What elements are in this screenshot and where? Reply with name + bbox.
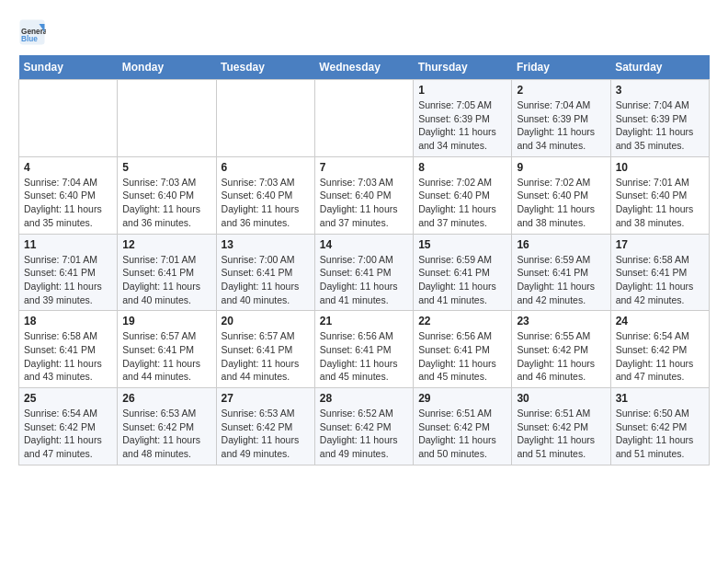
calendar-cell: 5Sunrise: 7:03 AM Sunset: 6:40 PM Daylig… <box>118 156 216 234</box>
calendar-cell: 24Sunrise: 6:54 AM Sunset: 6:42 PM Dayli… <box>610 311 709 388</box>
day-number: 10 <box>616 161 704 174</box>
calendar-cell: 22Sunrise: 6:56 AM Sunset: 6:41 PM Dayli… <box>414 311 512 388</box>
week-row-5: 25Sunrise: 6:54 AM Sunset: 6:42 PM Dayli… <box>19 388 710 465</box>
day-number: 5 <box>122 161 210 174</box>
day-header-sunday: Sunday <box>19 55 118 80</box>
day-info: Sunrise: 6:58 AM Sunset: 6:41 PM Dayligh… <box>616 253 704 307</box>
logo-icon: General Blue <box>18 18 46 46</box>
svg-text:Blue: Blue <box>21 35 38 43</box>
calendar-cell: 11Sunrise: 7:01 AM Sunset: 6:41 PM Dayli… <box>19 234 118 311</box>
calendar-cell: 20Sunrise: 6:57 AM Sunset: 6:41 PM Dayli… <box>216 311 314 388</box>
calendar-cell: 9Sunrise: 7:02 AM Sunset: 6:40 PM Daylig… <box>512 156 610 234</box>
calendar-cell: 2Sunrise: 7:04 AM Sunset: 6:39 PM Daylig… <box>512 80 610 157</box>
day-info: Sunrise: 7:01 AM Sunset: 6:41 PM Dayligh… <box>24 253 112 307</box>
day-number: 8 <box>418 161 506 174</box>
week-row-1: 1Sunrise: 7:05 AM Sunset: 6:39 PM Daylig… <box>19 80 710 157</box>
calendar-cell: 25Sunrise: 6:54 AM Sunset: 6:42 PM Dayli… <box>19 388 118 465</box>
day-info: Sunrise: 6:57 AM Sunset: 6:41 PM Dayligh… <box>222 329 310 384</box>
day-number: 28 <box>320 392 408 405</box>
day-info: Sunrise: 7:03 AM Sunset: 6:40 PM Dayligh… <box>122 176 210 230</box>
calendar-cell <box>118 80 216 157</box>
calendar-cell: 6Sunrise: 7:03 AM Sunset: 6:40 PM Daylig… <box>216 156 314 234</box>
calendar-cell: 13Sunrise: 7:00 AM Sunset: 6:41 PM Dayli… <box>216 234 314 311</box>
day-info: Sunrise: 7:00 AM Sunset: 6:41 PM Dayligh… <box>320 253 408 307</box>
day-header-friday: Friday <box>512 55 610 80</box>
day-number: 24 <box>616 315 704 327</box>
calendar-cell: 27Sunrise: 6:53 AM Sunset: 6:42 PM Dayli… <box>216 388 314 465</box>
calendar-cell: 16Sunrise: 6:59 AM Sunset: 6:41 PM Dayli… <box>512 234 610 311</box>
calendar-cell: 19Sunrise: 6:57 AM Sunset: 6:41 PM Dayli… <box>118 311 216 388</box>
day-number: 25 <box>24 392 112 405</box>
day-number: 31 <box>616 392 704 405</box>
calendar-cell <box>314 80 413 157</box>
day-info: Sunrise: 6:53 AM Sunset: 6:42 PM Dayligh… <box>222 407 310 461</box>
day-header-wednesday: Wednesday <box>314 55 413 80</box>
day-info: Sunrise: 7:04 AM Sunset: 6:39 PM Dayligh… <box>616 98 704 153</box>
day-number: 20 <box>222 315 310 327</box>
day-info: Sunrise: 6:54 AM Sunset: 6:42 PM Dayligh… <box>616 329 704 384</box>
calendar-cell <box>216 80 314 157</box>
day-number: 3 <box>616 84 704 97</box>
calendar-cell: 14Sunrise: 7:00 AM Sunset: 6:41 PM Dayli… <box>314 234 413 311</box>
header: General Blue <box>18 18 710 46</box>
day-number: 14 <box>320 238 408 251</box>
calendar-cell: 26Sunrise: 6:53 AM Sunset: 6:42 PM Dayli… <box>118 388 216 465</box>
day-number: 9 <box>517 161 605 174</box>
day-number: 7 <box>320 161 408 174</box>
calendar-cell: 18Sunrise: 6:58 AM Sunset: 6:41 PM Dayli… <box>19 311 118 388</box>
day-number: 21 <box>320 315 408 327</box>
logo: General Blue <box>18 18 50 46</box>
calendar-cell <box>19 80 118 157</box>
calendar-cell: 30Sunrise: 6:51 AM Sunset: 6:42 PM Dayli… <box>512 388 610 465</box>
day-info: Sunrise: 6:55 AM Sunset: 6:42 PM Dayligh… <box>517 329 605 384</box>
calendar-cell: 29Sunrise: 6:51 AM Sunset: 6:42 PM Dayli… <box>414 388 512 465</box>
day-number: 23 <box>517 315 605 327</box>
day-info: Sunrise: 7:03 AM Sunset: 6:40 PM Dayligh… <box>222 176 310 230</box>
day-header-monday: Monday <box>118 55 216 80</box>
calendar-header-row: SundayMondayTuesdayWednesdayThursdayFrid… <box>19 55 710 80</box>
day-number: 29 <box>418 392 506 405</box>
day-info: Sunrise: 7:01 AM Sunset: 6:40 PM Dayligh… <box>616 176 704 230</box>
day-number: 26 <box>122 392 210 405</box>
day-info: Sunrise: 6:58 AM Sunset: 6:41 PM Dayligh… <box>24 329 112 384</box>
calendar-cell: 28Sunrise: 6:52 AM Sunset: 6:42 PM Dayli… <box>314 388 413 465</box>
day-header-thursday: Thursday <box>414 55 512 80</box>
day-info: Sunrise: 7:05 AM Sunset: 6:39 PM Dayligh… <box>418 98 506 153</box>
calendar-cell: 15Sunrise: 6:59 AM Sunset: 6:41 PM Dayli… <box>414 234 512 311</box>
day-number: 18 <box>24 315 112 327</box>
day-info: Sunrise: 7:04 AM Sunset: 6:40 PM Dayligh… <box>24 176 112 230</box>
calendar-cell: 12Sunrise: 7:01 AM Sunset: 6:41 PM Dayli… <box>118 234 216 311</box>
day-info: Sunrise: 6:51 AM Sunset: 6:42 PM Dayligh… <box>517 407 605 461</box>
day-info: Sunrise: 6:59 AM Sunset: 6:41 PM Dayligh… <box>517 253 605 307</box>
day-number: 30 <box>517 392 605 405</box>
day-info: Sunrise: 6:53 AM Sunset: 6:42 PM Dayligh… <box>122 407 210 461</box>
calendar-cell: 21Sunrise: 6:56 AM Sunset: 6:41 PM Dayli… <box>314 311 413 388</box>
week-row-4: 18Sunrise: 6:58 AM Sunset: 6:41 PM Dayli… <box>19 311 710 388</box>
day-number: 19 <box>122 315 210 327</box>
day-number: 4 <box>24 161 112 174</box>
day-header-saturday: Saturday <box>610 55 709 80</box>
calendar-table: SundayMondayTuesdayWednesdayThursdayFrid… <box>18 55 710 465</box>
day-number: 2 <box>517 84 605 97</box>
calendar-cell: 10Sunrise: 7:01 AM Sunset: 6:40 PM Dayli… <box>610 156 709 234</box>
calendar-cell: 31Sunrise: 6:50 AM Sunset: 6:42 PM Dayli… <box>610 388 709 465</box>
day-info: Sunrise: 7:02 AM Sunset: 6:40 PM Dayligh… <box>517 176 605 230</box>
day-info: Sunrise: 7:03 AM Sunset: 6:40 PM Dayligh… <box>320 176 408 230</box>
calendar-cell: 7Sunrise: 7:03 AM Sunset: 6:40 PM Daylig… <box>314 156 413 234</box>
day-info: Sunrise: 6:50 AM Sunset: 6:42 PM Dayligh… <box>616 407 704 461</box>
day-info: Sunrise: 6:52 AM Sunset: 6:42 PM Dayligh… <box>320 407 408 461</box>
week-row-3: 11Sunrise: 7:01 AM Sunset: 6:41 PM Dayli… <box>19 234 710 311</box>
day-info: Sunrise: 6:56 AM Sunset: 6:41 PM Dayligh… <box>418 329 506 384</box>
day-number: 16 <box>517 238 605 251</box>
calendar-cell: 4Sunrise: 7:04 AM Sunset: 6:40 PM Daylig… <box>19 156 118 234</box>
calendar-cell: 23Sunrise: 6:55 AM Sunset: 6:42 PM Dayli… <box>512 311 610 388</box>
day-number: 17 <box>616 238 704 251</box>
day-number: 6 <box>222 161 310 174</box>
day-info: Sunrise: 6:56 AM Sunset: 6:41 PM Dayligh… <box>320 329 408 384</box>
day-info: Sunrise: 6:59 AM Sunset: 6:41 PM Dayligh… <box>418 253 506 307</box>
calendar-cell: 17Sunrise: 6:58 AM Sunset: 6:41 PM Dayli… <box>610 234 709 311</box>
calendar-cell: 8Sunrise: 7:02 AM Sunset: 6:40 PM Daylig… <box>414 156 512 234</box>
day-info: Sunrise: 7:04 AM Sunset: 6:39 PM Dayligh… <box>517 98 605 153</box>
day-number: 12 <box>122 238 210 251</box>
day-info: Sunrise: 6:57 AM Sunset: 6:41 PM Dayligh… <box>122 329 210 384</box>
